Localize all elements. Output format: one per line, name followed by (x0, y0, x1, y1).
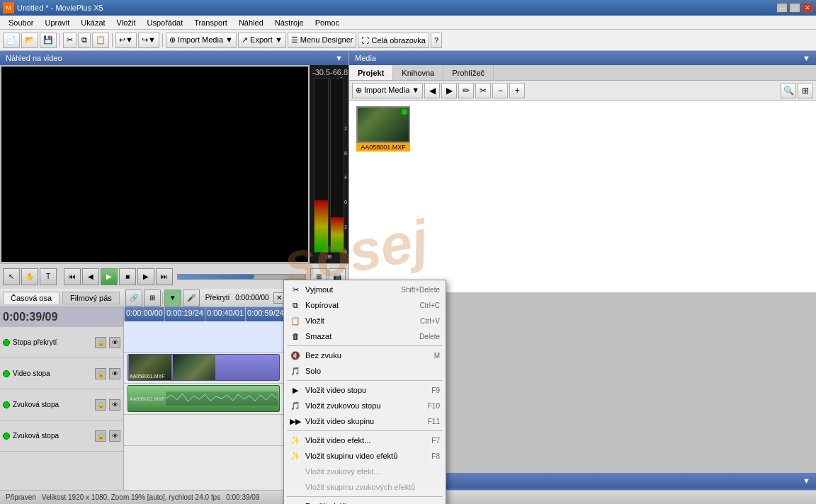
skip-end-button[interactable]: ⏭ (156, 268, 173, 285)
track-lock-video[interactable]: 🔒 (95, 368, 106, 379)
ctx-vlozit-video-efekt[interactable]: ✨ Vložit video efekt... F7 (284, 433, 446, 448)
track-lock-overlay[interactable]: 🔒 (95, 337, 106, 348)
timeline-link-button[interactable]: 🔗 (125, 290, 142, 307)
redo-button[interactable]: ↪▼ (138, 33, 159, 48)
meter-bar-left (314, 78, 329, 253)
ctx-vlozit-video-stopu[interactable]: ▶ Vložit video stopu F9 (284, 382, 446, 398)
ctx-vlozit-skupinu-video-efektu[interactable]: ✨ Vložit skupinu video efektů F8 (284, 448, 446, 464)
timeline-green-button[interactable]: ▼ (164, 290, 181, 307)
tab-filmovy-pas[interactable]: Filmový pás (62, 292, 120, 304)
ctx-vlozit[interactable]: 📋 Vložit Ctrl+V (284, 313, 446, 328)
media-thumb-0 (356, 106, 410, 143)
play-button[interactable]: ▶ (101, 268, 118, 285)
media-edit-button[interactable]: ✏ (458, 83, 474, 98)
save-button[interactable]: 💾 (40, 33, 57, 48)
track-name-audio1: Zvuková stopa (13, 401, 92, 408)
paste-button[interactable]: 📋 (92, 33, 109, 48)
minimize-button[interactable]: — (776, 3, 788, 13)
next-frame-button[interactable]: ▶ (137, 268, 154, 285)
preview-collapse-icon[interactable]: ▼ (335, 54, 343, 62)
window-controls: — □ ✕ (776, 3, 813, 13)
ctx-vlozit-shortcut: Ctrl+V (420, 317, 440, 325)
tool-select-button[interactable]: ↖ (3, 268, 20, 285)
prev-frame-button[interactable]: ◀ (82, 268, 99, 285)
track-lock-audio1[interactable]: 🔒 (95, 399, 106, 411)
video-clip[interactable]: AA058001.MXF (128, 354, 280, 381)
tab-casova-osa[interactable]: Časová osa (3, 292, 60, 304)
track-labels: 0:00:39/09 Stopa překrytí 🔒 👁 Video stop… (0, 307, 124, 504)
menu-soubor[interactable]: Soubor (3, 17, 39, 28)
timeline-mic-button[interactable]: 🎤 (183, 290, 200, 307)
import-media-button[interactable]: ⊕ Import Media ▼ (166, 33, 237, 48)
track-led-audio2[interactable] (3, 433, 10, 440)
tab-prohlizec[interactable]: Prohlížeč (443, 65, 494, 80)
cut-button[interactable]: ✂ (63, 33, 76, 48)
tool-hand-button[interactable]: ✋ (21, 268, 38, 285)
playback-slider[interactable] (177, 274, 306, 280)
media-grid-button[interactable]: ⊞ (798, 83, 813, 98)
ctx-solo[interactable]: 🎵 Solo (284, 363, 446, 379)
track-led-overlay[interactable] (3, 339, 10, 346)
tab-knihovna[interactable]: Knihovna (393, 65, 443, 80)
menu-nastroje[interactable]: Nástroje (269, 17, 310, 28)
track-eye-video[interactable]: 👁 (109, 368, 120, 379)
menu-transport[interactable]: Transport (188, 17, 233, 28)
timeline-snap-button[interactable]: ⊞ (144, 290, 161, 307)
new-button[interactable]: 📄 (3, 33, 20, 48)
gallery-collapse-icon[interactable]: ▼ (803, 476, 810, 485)
media-search-button[interactable]: 🔍 (781, 83, 796, 98)
menu-pomoc[interactable]: Pomoc (310, 17, 345, 28)
ctx-vyjmout[interactable]: ✂ Vyjmout Shift+Delete (284, 282, 446, 297)
ctx-mute-icon: 🔇 (290, 350, 301, 361)
meter-fill-left (314, 200, 328, 253)
ctx-smazat[interactable]: 🗑 Smazat Delete (284, 328, 446, 344)
ruler-mark-2: 0:00:40/01 (205, 307, 245, 321)
track-eye-audio1[interactable]: 👁 (109, 399, 120, 411)
menu-nahled[interactable]: Náhled (233, 17, 269, 28)
ctx-kopirovat-shortcut: Ctrl+C (419, 302, 440, 309)
ctx-separator-2 (287, 380, 443, 381)
ctx-vlozit-zvukovou-stopu[interactable]: 🎵 Vložit zvukovou stopu F10 (284, 398, 446, 413)
close-button[interactable]: ✕ (802, 3, 813, 13)
menu-ukazat[interactable]: Ukázat (75, 17, 110, 28)
tool-text-button[interactable]: T (40, 268, 57, 285)
menu-vlozit[interactable]: Vložit (111, 17, 142, 28)
ctx-vlozit-video-skupinu-shortcut: F11 (428, 418, 440, 425)
ctx-vlozit-video-skupinu[interactable]: ▶▶ Vložit video skupinu F11 (284, 413, 446, 429)
media-back-button[interactable]: ◀ (424, 83, 440, 98)
ctx-add-audio-track-icon: 🎵 (290, 400, 301, 411)
media-clip-button[interactable]: ✂ (475, 83, 491, 98)
ctx-kopirovat[interactable]: ⧉ Kopírovat Ctrl+C (284, 297, 446, 313)
right-panel-collapse-icon[interactable]: ▼ (803, 54, 810, 62)
track-lock-audio2[interactable]: 🔒 (95, 430, 106, 442)
menu-upravit[interactable]: Upravit (39, 17, 75, 28)
open-button[interactable]: 📂 (21, 33, 38, 48)
undo-button[interactable]: ↩▼ (115, 33, 137, 48)
tab-projekt[interactable]: Projekt (349, 65, 393, 80)
track-eye-overlay[interactable]: 👁 (109, 337, 120, 348)
media-plus-button[interactable]: + (509, 83, 525, 98)
media-import-button[interactable]: ⊕ Import Media ▼ (352, 83, 423, 98)
cela-obrazovka-button[interactable]: ⛶ Celá obrazovka (358, 33, 429, 48)
media-item-0[interactable]: AA058001.MXF (355, 106, 412, 151)
track-led-audio1[interactable] (3, 401, 10, 408)
ctx-pouzit-obalku[interactable]: ◇ Použít obálku... (284, 498, 446, 504)
track-led-video[interactable] (3, 370, 10, 377)
ctx-vlozit-skupinu-zvukovych-efektu: Vložit skupinu zvukových efektů (284, 479, 446, 495)
track-eye-audio2[interactable]: 👁 (109, 430, 120, 442)
skip-start-button[interactable]: ⏮ (64, 268, 81, 285)
preview-body: -30.5 -66.8 0 -6 -12 -18 -24 -30 -42 -66 (0, 65, 348, 263)
export-button[interactable]: ↗ Export ▼ (238, 33, 286, 48)
media-forward-button[interactable]: ▶ (441, 83, 457, 98)
help-button[interactable]: ? (431, 33, 442, 48)
ctx-bez-zvuku[interactable]: 🔇 Bez zvuku M (284, 348, 446, 363)
menu-usporadat[interactable]: Uspořádat (141, 17, 188, 28)
maximize-button[interactable]: □ (789, 3, 800, 13)
media-minus-button[interactable]: − (492, 83, 508, 98)
audio-clip[interactable]: AA058001.MXF (128, 385, 280, 412)
right-panel-title: Media (355, 54, 376, 62)
copy-button[interactable]: ⧉ (78, 33, 91, 48)
preview-title: Náhled na video (6, 54, 62, 62)
menu-designer-button[interactable]: ☰ Menu Designer (288, 33, 357, 48)
stop-button[interactable]: ■ (119, 268, 136, 285)
